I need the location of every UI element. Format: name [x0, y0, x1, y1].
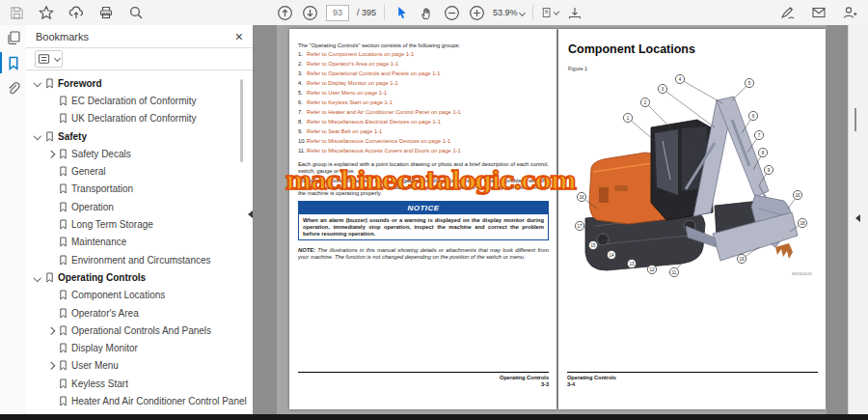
bookmark-icon [59, 202, 68, 212]
svg-text:19: 19 [739, 257, 745, 262]
print-button[interactable] [97, 4, 115, 21]
left-rail [0, 25, 27, 414]
bookmark-icon [59, 308, 68, 319]
svg-text:4: 4 [679, 77, 682, 82]
bookmark-label: General [71, 166, 106, 177]
chevron-down-icon[interactable] [35, 275, 45, 281]
bookmark-item[interactable]: Operating Controls [26, 268, 253, 286]
select-tool-button[interactable] [393, 4, 410, 21]
note-label: NOTE: [298, 247, 315, 253]
chevron-right-icon[interactable] [48, 363, 59, 369]
bookmark-ribbon-icon [59, 255, 71, 266]
next-page-button[interactable] [301, 4, 318, 21]
zoom-out-button[interactable] [443, 4, 460, 21]
refer-link[interactable]: Refer to Miscellaneous Access Covers and… [307, 148, 461, 154]
zoom-level-value: 53.9% [493, 8, 518, 17]
bookmark-label: Maintenance [71, 237, 126, 247]
refer-link[interactable]: Refer to Heater and Air Conditioner Cont… [307, 109, 461, 115]
chevron-down-icon [553, 9, 558, 14]
bookmarks-panel-button[interactable] [0, 50, 26, 75]
footer-page-number: 3-3 [298, 381, 549, 388]
svg-text:5: 5 [748, 81, 751, 86]
star-button[interactable] [38, 4, 55, 21]
bookmark-item[interactable]: Heater And Air Conditioner Control Panel [26, 392, 253, 409]
document-area[interactable]: The "Operating Controls" section consist… [253, 25, 849, 414]
bookmark-icon [45, 78, 54, 89]
bookmark-item[interactable]: Safety [26, 127, 253, 145]
bookmark-item[interactable]: Operation [26, 198, 253, 215]
refer-link[interactable]: Refer to Miscellaneous Electrical Device… [307, 119, 441, 125]
bookmark-item[interactable]: EC Declaration of Conformity [26, 92, 253, 109]
chevron-right-icon[interactable] [48, 328, 59, 334]
bookmark-item[interactable]: Safety Decals [26, 145, 253, 162]
bookmark-item[interactable]: Environment and Circumstances [26, 251, 253, 268]
refer-link[interactable]: Refer to Miscellaneous Convenience Devic… [307, 138, 450, 144]
bookmark-icon [59, 378, 68, 389]
account-button[interactable] [841, 4, 858, 21]
bookmark-item[interactable]: Keyless Start [26, 375, 253, 392]
page-thumbnails-button[interactable] [0, 25, 26, 50]
refer-link[interactable]: Refer to Operator's Area on page 1-1 [307, 61, 398, 67]
svg-text:13: 13 [629, 262, 635, 266]
bookmark-item[interactable]: UK Declaration of Conformity [26, 110, 253, 127]
share-button[interactable] [68, 4, 85, 21]
bookmark-item[interactable]: Foreword [26, 74, 253, 92]
chevron-down-icon[interactable] [35, 80, 45, 86]
zoom-in-button[interactable] [468, 4, 485, 21]
link-number: 3. [298, 70, 307, 76]
footer-section-label: Operating Controls [298, 375, 549, 381]
bookmark-item[interactable]: Maintenance [26, 234, 253, 251]
zoom-level-dropdown[interactable]: 53.9% [493, 8, 525, 17]
sign-button[interactable] [779, 4, 797, 21]
svg-text:16: 16 [579, 195, 584, 200]
hand-tool-button[interactable] [418, 4, 435, 21]
bookmark-item[interactable]: Operator's Area [26, 304, 253, 322]
previous-page-button[interactable] [276, 4, 293, 21]
bookmark-icon [59, 96, 68, 106]
bookmark-item[interactable]: Display Monitor [26, 339, 253, 356]
star-icon [39, 5, 54, 20]
bookmark-item[interactable]: Operational Controls And Panels [26, 322, 253, 339]
attachments-button[interactable] [0, 75, 26, 100]
bookmarks-scrollbar[interactable] [240, 79, 243, 162]
refer-link[interactable]: Refer to Keyless Start on page 1-1 [307, 99, 393, 105]
refer-link[interactable]: Refer to Operational Controls and Panels… [307, 70, 441, 76]
save-button[interactable] [8, 4, 25, 21]
chevron-right-icon[interactable] [48, 152, 59, 157]
scroll-mode-button[interactable] [566, 4, 583, 21]
svg-text:2: 2 [644, 100, 647, 105]
page-fit-dropdown[interactable] [541, 4, 558, 21]
save-icon [10, 6, 24, 20]
svg-text:9: 9 [768, 168, 771, 173]
bookmark-label: Heater And Air Conditioner Control Panel [71, 396, 247, 406]
bookmarks-header: Bookmarks × [26, 25, 253, 48]
bookmark-label: Transportation [71, 183, 133, 194]
close-panel-button[interactable]: × [235, 30, 243, 43]
search-button[interactable] [127, 4, 145, 21]
collapse-right-panel-button[interactable] [855, 214, 860, 222]
bookmark-ribbon-icon [59, 325, 71, 336]
search-icon [128, 5, 144, 20]
bookmark-item[interactable]: Component Locations [26, 287, 253, 304]
bookmarks-options-button[interactable] [35, 50, 63, 68]
bookmark-icon [59, 237, 68, 247]
link-number: 7. [298, 109, 307, 115]
bookmark-ribbon-icon [59, 378, 71, 389]
fit-width-icon [567, 5, 583, 20]
bookmark-icon [59, 219, 68, 230]
bookmark-item[interactable]: Transportation [26, 181, 253, 198]
refer-link[interactable]: Refer to Component Locations on page 1-1 [307, 51, 414, 57]
svg-text:11: 11 [672, 270, 677, 275]
bookmark-item[interactable]: User Menu [26, 357, 253, 375]
bookmark-icon [45, 131, 54, 142]
bookmark-item[interactable]: General [26, 162, 253, 180]
document-scrollbar[interactable] [854, 108, 856, 131]
email-button[interactable] [810, 4, 827, 21]
refer-link[interactable]: Refer to User Menu on page 1-1 [307, 90, 387, 96]
chevron-down-icon[interactable] [35, 133, 45, 139]
bookmark-item[interactable]: Long Term Storage [26, 215, 253, 233]
refer-link[interactable]: Refer to Display Monitor on page 1-1 [307, 80, 398, 86]
refer-link[interactable]: Refer to Seat Belt on page 1-1 [307, 128, 382, 134]
notice-title: NOTICE [299, 202, 548, 214]
page-number-input[interactable]: 93 [326, 5, 349, 21]
